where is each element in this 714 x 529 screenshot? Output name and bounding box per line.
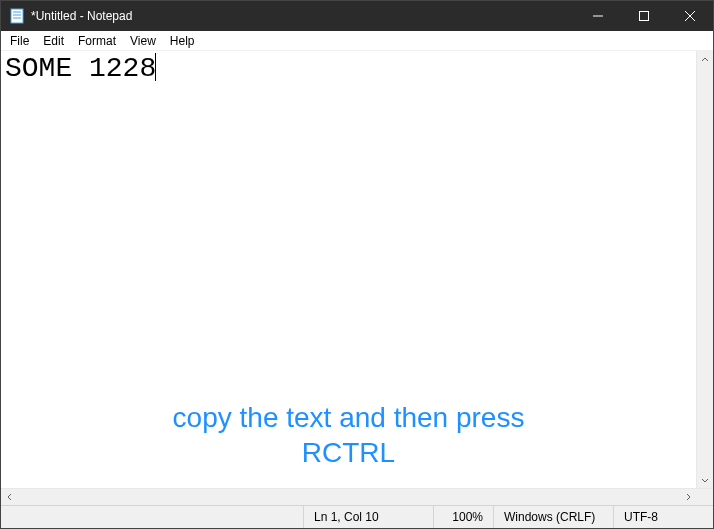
scroll-right-icon[interactable] <box>679 489 696 505</box>
menu-view[interactable]: View <box>123 32 163 50</box>
window-title: *Untitled - Notepad <box>31 9 132 23</box>
vertical-scroll-track[interactable] <box>697 68 713 471</box>
text-caret <box>155 53 156 81</box>
horizontal-scrollbar[interactable] <box>1 488 713 505</box>
menu-edit[interactable]: Edit <box>36 32 71 50</box>
svg-rect-5 <box>640 12 649 21</box>
vertical-scrollbar[interactable] <box>696 51 713 488</box>
scroll-left-icon[interactable] <box>1 489 18 505</box>
menu-help[interactable]: Help <box>163 32 202 50</box>
horizontal-scroll-track[interactable] <box>18 489 679 505</box>
editor-area: SOME 1228 copy the text and then press R… <box>1 51 713 488</box>
titlebar[interactable]: *Untitled - Notepad <box>1 1 713 31</box>
statusbar: Ln 1, Col 10 100% Windows (CRLF) UTF-8 <box>1 505 713 528</box>
scroll-up-icon[interactable] <box>697 51 713 68</box>
status-spacer <box>1 506 303 528</box>
scroll-corner <box>696 489 713 505</box>
notepad-icon <box>9 8 25 24</box>
status-zoom: 100% <box>433 506 493 528</box>
status-line-ending: Windows (CRLF) <box>493 506 613 528</box>
text-editor[interactable]: SOME 1228 <box>1 51 696 488</box>
status-encoding: UTF-8 <box>613 506 713 528</box>
status-position: Ln 1, Col 10 <box>303 506 433 528</box>
menu-file[interactable]: File <box>3 32 36 50</box>
svg-rect-0 <box>11 9 23 23</box>
menubar: File Edit Format View Help <box>1 31 713 51</box>
notepad-window: *Untitled - Notepad File Edit Format Vie… <box>0 0 714 529</box>
maximize-button[interactable] <box>621 1 667 31</box>
minimize-button[interactable] <box>575 1 621 31</box>
editor-content: SOME 1228 <box>5 53 156 84</box>
scroll-down-icon[interactable] <box>697 471 713 488</box>
menu-format[interactable]: Format <box>71 32 123 50</box>
close-button[interactable] <box>667 1 713 31</box>
